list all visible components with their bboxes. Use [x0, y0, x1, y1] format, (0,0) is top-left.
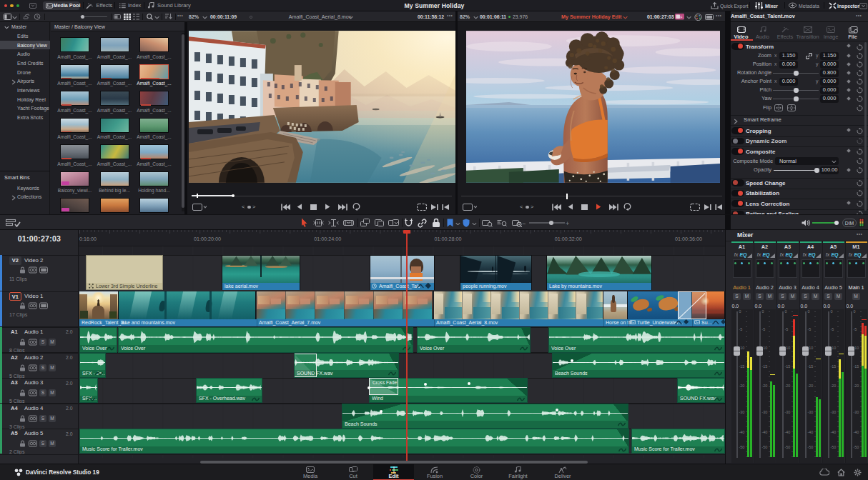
svg-text:F: F	[680, 16, 682, 19]
